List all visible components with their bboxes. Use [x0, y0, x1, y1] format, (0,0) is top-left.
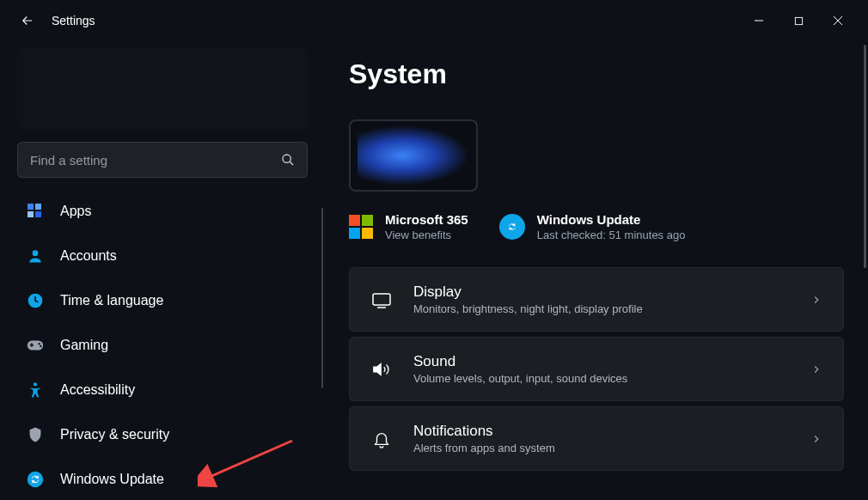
minimize-button[interactable]: [739, 7, 779, 34]
svg-rect-8: [28, 211, 34, 217]
svg-point-14: [40, 345, 41, 347]
svg-rect-9: [35, 211, 41, 217]
accessibility-icon: [26, 381, 45, 399]
microsoft-365-chip[interactable]: Microsoft 365 View benefits: [349, 212, 468, 241]
sidebar-item-accounts[interactable]: Accounts: [17, 240, 308, 272]
nav-label: Accessibility: [60, 382, 135, 398]
nav-label: Windows Update: [60, 472, 164, 487]
card-sub: Volume levels, output, input, sound devi…: [413, 372, 790, 385]
svg-line-5: [290, 162, 293, 165]
svg-point-17: [34, 382, 37, 386]
update-icon: [26, 470, 45, 489]
gaming-icon: [26, 336, 45, 355]
microsoft-logo-icon: [349, 215, 373, 239]
content-scrollbar[interactable]: [864, 45, 866, 268]
card-display[interactable]: Display Monitors, brightness, night ligh…: [349, 267, 844, 332]
status-row: Microsoft 365 View benefits Windows Upda…: [349, 212, 844, 241]
card-sub: Alerts from apps and system: [413, 442, 790, 454]
sidebar-item-windows-update[interactable]: Windows Update: [17, 463, 308, 496]
maximize-button[interactable]: [779, 7, 818, 34]
display-icon: [370, 289, 393, 311]
svg-rect-19: [373, 294, 390, 305]
nav-label: Apps: [60, 204, 91, 219]
svg-point-18: [28, 472, 43, 487]
svg-point-4: [283, 155, 290, 162]
chevron-right-icon: [810, 363, 822, 375]
minimize-icon: [754, 15, 764, 26]
apps-icon: [26, 202, 45, 221]
card-title: Display: [413, 284, 790, 301]
nav-label: Gaming: [60, 338, 108, 353]
svg-rect-7: [35, 204, 41, 210]
nav-label: Time & language: [60, 293, 163, 308]
nav-list: Apps Accounts Time & language: [12, 195, 313, 496]
card-title: Sound: [413, 353, 790, 370]
status-sub: Last checked: 51 minutes ago: [537, 229, 686, 241]
card-title: Notifications: [413, 423, 790, 440]
chevron-right-icon: [810, 433, 822, 445]
status-title: Microsoft 365: [385, 212, 468, 227]
close-button[interactable]: [818, 7, 858, 34]
card-sub: Monitors, brightness, night light, displ…: [413, 302, 790, 315]
device-preview[interactable]: [349, 119, 478, 192]
sound-icon: [370, 358, 393, 381]
sidebar-item-privacy-security[interactable]: Privacy & security: [17, 418, 308, 451]
nav-label: Privacy & security: [60, 427, 169, 442]
back-button[interactable]: [10, 3, 45, 38]
svg-point-13: [38, 343, 40, 345]
svg-rect-1: [795, 17, 802, 24]
nav-label: Accounts: [60, 248, 117, 264]
window-controls: [739, 7, 858, 34]
shield-icon: [26, 425, 45, 444]
update-status-icon: [499, 214, 525, 240]
bell-icon: [370, 428, 393, 450]
status-title: Windows Update: [537, 212, 686, 227]
card-notifications[interactable]: Notifications Alerts from apps and syste…: [349, 406, 844, 471]
close-icon: [833, 15, 843, 26]
maximize-icon: [794, 16, 804, 26]
sidebar: Apps Accounts Time & language: [0, 41, 325, 500]
settings-cards: Display Monitors, brightness, night ligh…: [349, 267, 844, 471]
svg-marker-21: [374, 363, 381, 375]
clock-icon: [26, 291, 45, 310]
page-title: System: [349, 58, 844, 90]
app-title: Settings: [52, 14, 95, 27]
svg-rect-6: [28, 204, 34, 210]
search-icon: [281, 153, 295, 167]
sidebar-item-gaming[interactable]: Gaming: [17, 329, 308, 362]
svg-rect-16: [31, 343, 32, 347]
windows-update-chip[interactable]: Windows Update Last checked: 51 minutes …: [499, 212, 686, 241]
sidebar-item-apps[interactable]: Apps: [17, 195, 308, 228]
sidebar-item-accessibility[interactable]: Accessibility: [17, 374, 308, 406]
search-box[interactable]: [17, 142, 308, 178]
svg-point-10: [33, 250, 39, 256]
sidebar-item-time-language[interactable]: Time & language: [17, 284, 308, 317]
titlebar: Settings: [0, 0, 868, 41]
wallpaper-thumbnail: [358, 125, 469, 186]
accounts-icon: [26, 247, 45, 265]
chevron-right-icon: [810, 294, 822, 306]
profile-block[interactable]: [17, 48, 308, 130]
content-area: System Microsoft 365 View benefits: [325, 41, 868, 500]
back-arrow-icon: [20, 13, 35, 28]
card-sound[interactable]: Sound Volume levels, output, input, soun…: [349, 337, 844, 401]
sidebar-scrollbar[interactable]: [321, 208, 323, 388]
search-input[interactable]: [30, 153, 281, 168]
status-sub: View benefits: [385, 229, 468, 241]
